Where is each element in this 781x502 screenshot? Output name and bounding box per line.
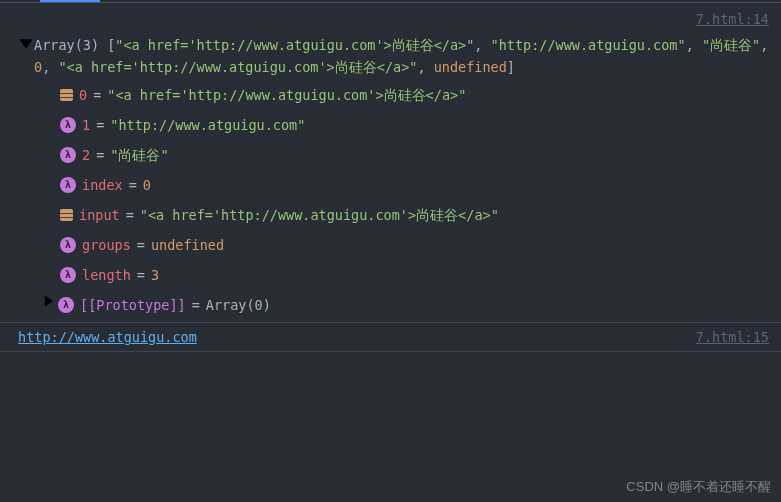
logged-url-link[interactable]: http://www.atguigu.com [18,329,197,345]
tab-strip [0,0,781,3]
source-link[interactable]: 7.html:14 [676,8,769,30]
array-prop-row[interactable]: λ groups = undefined [0,230,781,260]
equals: = [192,294,200,316]
prop-value: "http://www.atguigu.com" [110,114,305,136]
prop-key: input [79,204,120,226]
property-icon: λ [60,117,76,133]
prop-key: [[Prototype]] [80,294,186,316]
source-link[interactable]: 7.html:15 [676,329,769,345]
array-prop-row[interactable]: λ 2 = "尚硅谷" [0,140,781,170]
log-separator [0,322,781,323]
array-summary: Array(3) ["<a href='http://www.atguigu.c… [34,34,769,78]
array-summary-row[interactable]: Array(3) ["<a href='http://www.atguigu.c… [0,32,781,80]
array-index-icon [60,209,73,221]
equals: = [137,264,145,286]
property-icon: λ [60,267,76,283]
array-prop-row[interactable]: λ index = 0 [0,170,781,200]
prop-value: "<a href='http://www.atguigu.com'>尚硅谷</a… [107,84,466,106]
array-index-icon [60,89,73,101]
log-separator [0,351,781,352]
prop-value: 3 [151,264,159,286]
prop-value: undefined [151,234,224,256]
prop-key: groups [82,234,131,256]
array-prop-row[interactable]: λ 1 = "http://www.atguigu.com" [0,110,781,140]
prop-value: 0 [143,174,151,196]
prop-key: length [82,264,131,286]
property-icon: λ [60,177,76,193]
log-url-row: http://www.atguigu.com 7.html:15 [0,325,781,349]
prop-value: "尚硅谷" [110,144,168,166]
watermark: CSDN @睡不着还睡不醒 [626,478,771,496]
prop-key: 2 [82,144,90,166]
property-icon: λ [60,147,76,163]
prop-key: 0 [79,84,87,106]
chevron-down-icon[interactable] [18,34,34,60]
array-prop-row[interactable]: λ length = 3 [0,260,781,290]
prop-key: 1 [82,114,90,136]
equals: = [126,204,134,226]
property-icon: λ [60,237,76,253]
array-prop-row[interactable]: 0 = "<a href='http://www.atguigu.com'>尚硅… [0,80,781,110]
equals: = [96,114,104,136]
equals: = [93,84,101,106]
array-prop-row[interactable]: input = "<a href='http://www.atguigu.com… [0,200,781,230]
equals: = [129,174,137,196]
chevron-right-icon[interactable] [42,294,56,316]
log-source-row: 7.html:14 [0,6,781,32]
equals: = [96,144,104,166]
prop-key: index [82,174,123,196]
prop-value: "<a href='http://www.atguigu.com'>尚硅谷</a… [140,204,499,226]
prototype-row[interactable]: λ [[Prototype]] = Array(0) [0,290,781,320]
equals: = [137,234,145,256]
property-icon: λ [58,297,74,313]
prop-value: Array(0) [206,294,271,316]
